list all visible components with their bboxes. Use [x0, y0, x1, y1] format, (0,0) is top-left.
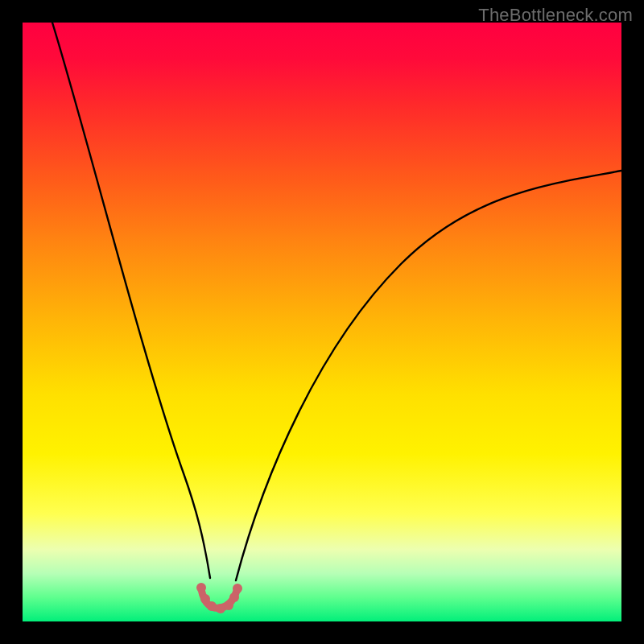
svg-point-4 — [224, 601, 233, 610]
chart-plot-area — [23, 23, 621, 621]
svg-point-1 — [200, 594, 210, 604]
valley-marker — [196, 583, 242, 613]
curve-right-branch — [236, 171, 621, 580]
chart-stage: TheBottleneck.com — [0, 0, 644, 644]
svg-point-6 — [233, 584, 242, 593]
chart-svg — [23, 23, 621, 621]
svg-point-2 — [207, 601, 217, 611]
svg-point-5 — [229, 592, 239, 602]
curve-left-branch — [52, 23, 210, 578]
watermark-text: TheBottleneck.com — [478, 5, 633, 26]
svg-point-0 — [196, 583, 206, 592]
